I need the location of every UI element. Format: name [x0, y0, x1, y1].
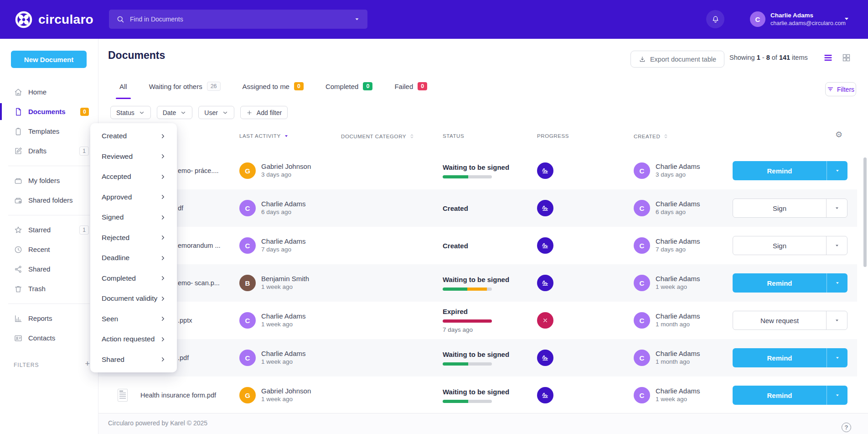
- table-row[interactable]: df C Charlie Adams 6 days agoCreated C C…: [98, 189, 857, 227]
- sidebar-item-reports[interactable]: Reports: [0, 309, 98, 328]
- action-dropdown-caret[interactable]: [827, 348, 847, 367]
- global-search[interactable]: [109, 10, 367, 29]
- table-row[interactable]: emo- práce.... G Gabriel Johnson 3 days …: [98, 152, 857, 189]
- sign-button[interactable]: Sign: [733, 199, 847, 218]
- menu-item-signed[interactable]: Signed: [90, 207, 177, 228]
- signature-progress-icon[interactable]: [537, 350, 553, 366]
- column-last-activity[interactable]: LAST ACTIVITY: [239, 133, 289, 139]
- action-dropdown-caret[interactable]: [827, 386, 847, 405]
- notifications-button[interactable]: [706, 10, 724, 28]
- menu-item-reviewed[interactable]: Reviewed: [90, 146, 177, 167]
- sidebar-item-trash[interactable]: Trash: [0, 279, 98, 298]
- sort-icon: [663, 133, 669, 139]
- status-progress-bar: [443, 400, 492, 403]
- search-scope-caret-icon[interactable]: [354, 16, 360, 22]
- add-filter-chip[interactable]: Add filter: [240, 106, 288, 119]
- document-name[interactable]: emorandum ...: [178, 242, 221, 249]
- sidebar-item-home[interactable]: Home: [0, 82, 98, 102]
- brand[interactable]: circularo: [15, 0, 93, 39]
- sidebar-item-shared[interactable]: Shared: [0, 259, 98, 279]
- list-view-toggle[interactable]: [823, 53, 833, 63]
- action-dropdown-caret[interactable]: [826, 236, 847, 255]
- remind-button[interactable]: Remind: [733, 348, 847, 367]
- remind-button[interactable]: Remind: [733, 386, 847, 405]
- sidebar-item-documents[interactable]: Documents0: [0, 102, 98, 121]
- search-input[interactable]: [130, 16, 348, 23]
- column-progress[interactable]: PROGRESS: [537, 133, 569, 139]
- sign-button[interactable]: Sign: [733, 236, 847, 255]
- action-dropdown-caret[interactable]: [827, 161, 847, 180]
- contacts-icon: [14, 334, 23, 343]
- document-name[interactable]: emo- práce....: [178, 167, 218, 174]
- document-name[interactable]: .pdf: [178, 354, 189, 361]
- filter-chip-date[interactable]: Date: [157, 106, 193, 119]
- menu-item-action-requested[interactable]: Action requested: [90, 329, 177, 350]
- document-name[interactable]: .pptx: [178, 317, 192, 324]
- remind-button[interactable]: Remind: [733, 161, 847, 180]
- sidebar-item-contacts[interactable]: Contacts: [0, 328, 98, 348]
- table-row[interactable]: emorandum ... C Charlie Adams 7 days ago…: [98, 227, 857, 264]
- new-request-button[interactable]: New request: [733, 311, 847, 330]
- table-row[interactable]: Health insurance form.pdf G Gabriel John…: [98, 376, 857, 414]
- action-dropdown-caret[interactable]: [826, 311, 847, 329]
- tab-label: Waiting for others: [149, 83, 202, 90]
- action-dropdown-caret[interactable]: [827, 273, 847, 293]
- document-name[interactable]: Health insurance form.pdf: [140, 392, 216, 399]
- menu-item-created[interactable]: Created: [90, 126, 177, 146]
- export-document-table-button[interactable]: Export document table: [630, 51, 724, 68]
- action-cell: Sign: [733, 189, 847, 227]
- failed-x-icon[interactable]: [537, 312, 553, 329]
- menu-item-accepted[interactable]: Accepted: [90, 167, 177, 187]
- signature-progress-icon[interactable]: [537, 387, 553, 403]
- menu-item-rejected[interactable]: Rejected: [90, 228, 177, 248]
- menu-item-label: Signed: [102, 213, 124, 221]
- sidebar-filters-label: FILTERS: [14, 362, 39, 368]
- document-name[interactable]: df: [178, 204, 183, 212]
- menu-item-deadline[interactable]: Deadline: [90, 248, 177, 268]
- document-category-cell: [341, 302, 432, 339]
- menu-item-shared[interactable]: Shared: [90, 350, 177, 370]
- signature-progress-icon[interactable]: [537, 237, 553, 254]
- tab-assigned-to-me[interactable]: Assigned to me0: [243, 80, 304, 99]
- tab-all[interactable]: All: [119, 80, 127, 99]
- sidebar-item-drafts[interactable]: Drafts1: [0, 141, 98, 161]
- filter-chip-user[interactable]: User: [198, 106, 234, 119]
- signature-progress-icon[interactable]: [537, 275, 553, 291]
- sidebar-item-my-folders[interactable]: My folders: [0, 171, 98, 190]
- column-document-category[interactable]: DOCUMENT CATEGORY: [341, 133, 415, 139]
- signature-progress-icon[interactable]: [537, 162, 553, 179]
- grid-view-toggle[interactable]: [842, 53, 851, 63]
- table-row[interactable]: .pdf C Charlie Adams 1 week agoWaiting t…: [98, 339, 857, 376]
- filters-button[interactable]: Filters: [825, 82, 856, 96]
- column-status[interactable]: STATUS: [443, 133, 464, 139]
- add-sidebar-filter-button[interactable]: +: [85, 359, 90, 369]
- tab-failed[interactable]: Failed0: [394, 80, 427, 99]
- table-settings-gear-icon[interactable]: ⚙: [835, 130, 842, 140]
- new-document-button[interactable]: New Document: [11, 51, 87, 68]
- filter-chip-status[interactable]: Status: [110, 106, 151, 119]
- help-button[interactable]: ?: [842, 423, 851, 432]
- sidebar-item-starred[interactable]: Starred1: [0, 220, 98, 240]
- tab-waiting-for-others[interactable]: Waiting for others26: [149, 80, 221, 99]
- menu-item-approved[interactable]: Approved: [90, 187, 177, 208]
- tab-completed[interactable]: Completed0: [326, 80, 373, 99]
- menu-item-completed[interactable]: Completed: [90, 268, 177, 289]
- sidebar-item-shared-folders[interactable]: Shared folders: [0, 190, 98, 210]
- table-row[interactable]: emo- scan.p... B Benjamin Smith 1 week a…: [98, 264, 857, 302]
- table-row[interactable]: .pptx C Charlie Adams 1 week agoExpired7…: [98, 302, 857, 339]
- sidebar-item-templates[interactable]: Templates: [0, 121, 98, 141]
- avatar: C: [634, 275, 650, 291]
- menu-item-seen[interactable]: Seen: [90, 309, 177, 329]
- column-created[interactable]: CREATED: [634, 133, 669, 139]
- menu-item-document-validity[interactable]: Document validity: [90, 288, 177, 309]
- sidebar-item-recent[interactable]: Recent: [0, 240, 98, 259]
- user-menu[interactable]: C Charlie Adams charlie.adams@circularo.…: [750, 11, 846, 27]
- document-name[interactable]: emo- scan.p...: [178, 279, 220, 287]
- user-menu-caret-icon[interactable]: [843, 15, 850, 22]
- remind-button[interactable]: Remind: [733, 273, 847, 293]
- shared-folder-icon: [14, 196, 23, 205]
- activity-user-name: Gabriel Johnson: [261, 387, 311, 396]
- action-dropdown-caret[interactable]: [826, 199, 847, 217]
- vertical-scrollbar[interactable]: [863, 157, 867, 267]
- signature-progress-icon[interactable]: [537, 200, 553, 216]
